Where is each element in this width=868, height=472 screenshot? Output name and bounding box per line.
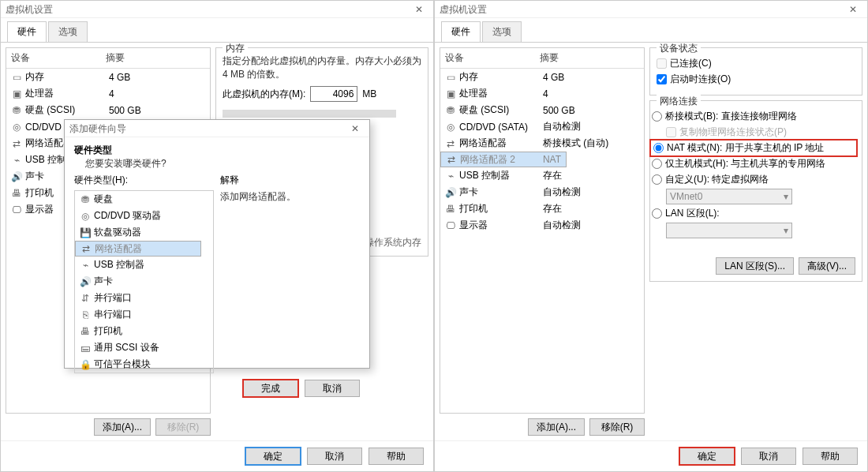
hw-summary: 存在	[543, 169, 562, 182]
hdr-device: 设备	[445, 51, 540, 65]
disc-icon: ◎	[11, 122, 22, 133]
hw-row[interactable]: ▣处理器4	[440, 85, 644, 102]
advanced-button[interactable]: 高级(V)...	[799, 257, 855, 275]
hw-row[interactable]: ◎CD/DVD (SATA)自动检测	[440, 118, 644, 135]
net-icon: ⇄	[446, 154, 457, 165]
window-title: 虚拟机设置	[440, 1, 487, 18]
cancel-button[interactable]: 取消	[307, 448, 362, 465]
group-label: 网络连接	[657, 95, 701, 108]
display-icon: 🖵	[445, 220, 456, 231]
hwtype-row[interactable]: ⇄网络适配器	[75, 241, 201, 257]
hw-name: 内存	[25, 70, 44, 84]
hwtype-name: 声卡	[94, 275, 113, 288]
radio-custom[interactable]: 自定义(U): 特定虚拟网络	[652, 173, 855, 186]
hwtype-row[interactable]: ⇵并行端口	[75, 290, 213, 306]
hwtype-row[interactable]: 🔊声卡	[75, 273, 213, 290]
tab-hardware[interactable]: 硬件	[7, 21, 47, 42]
wizard-heading: 硬件类型	[74, 144, 360, 157]
help-button[interactable]: 帮助	[369, 448, 424, 465]
close-icon[interactable]: ✕	[346, 120, 365, 137]
add-button[interactable]: 添加(A)...	[528, 418, 585, 436]
disc-icon: ◎	[445, 122, 456, 133]
hw-row[interactable]: 🖶打印机存在	[440, 200, 644, 217]
hw-row[interactable]: ⇄网络适配器 2NAT	[440, 152, 567, 167]
hwtype-row[interactable]: ⛃硬盘	[75, 191, 213, 208]
device-state-group: 设备状态 已连接(C) 启动时连接(O)	[649, 47, 862, 96]
hw-row[interactable]: ⌁USB 控制器存在	[440, 167, 644, 184]
hw-row[interactable]: 🔊声卡自动检测	[440, 184, 644, 200]
cpu-icon: ▣	[445, 88, 456, 99]
cancel-button[interactable]: 取消	[305, 380, 360, 397]
hwtype-list[interactable]: ⛃硬盘◎CD/DVD 驱动器💾软盘驱动器⇄网络适配器⌁USB 控制器🔊声卡⇵并行…	[74, 190, 214, 373]
hw-row[interactable]: ⇄网络适配器桥接模式 (自动)	[440, 135, 644, 152]
cancel-button[interactable]: 取消	[741, 448, 796, 465]
connect-on-cb[interactable]	[657, 74, 667, 84]
hw-row[interactable]: 🖵显示器自动检测	[440, 217, 644, 234]
ok-button[interactable]: 确定	[245, 448, 301, 465]
tab-options[interactable]: 选项	[48, 21, 88, 42]
hardware-list[interactable]: 设备 摘要 ▭内存4 GB▣处理器4⛃硬盘 (SCSI)500 GB◎CD/DV…	[440, 47, 645, 414]
ok-button[interactable]: 确定	[679, 448, 735, 465]
close-icon[interactable]: ✕	[844, 1, 862, 18]
hw-row[interactable]: ▣处理器4	[6, 85, 210, 102]
lan-segments-button[interactable]: LAN 区段(S)...	[716, 257, 794, 275]
radio-nat[interactable]: NAT 模式(N): 用于共享主机的 IP 地址	[652, 141, 855, 155]
floppy-icon: 💾	[80, 227, 91, 238]
hw-row[interactable]: ▭内存4 GB	[440, 69, 644, 85]
wizard-titlebar: 添加硬件向导 ✕	[65, 120, 369, 137]
usb-icon: ⌁	[445, 170, 456, 182]
hw-summary: NAT	[543, 154, 561, 165]
hwtype-name: 硬盘	[94, 193, 113, 206]
titlebar: 虚拟机设置 ✕	[1, 1, 433, 18]
radio-hostonly[interactable]: 仅主机模式(H): 与主机共享的专用网络	[652, 157, 855, 170]
help-button[interactable]: 帮助	[803, 448, 858, 465]
memory-slider[interactable]: 128 GB	[223, 110, 396, 118]
tabs: 硬件 选项	[1, 18, 433, 43]
tpm-icon: 🔒	[80, 359, 91, 370]
hw-name: 声卡	[25, 170, 44, 183]
hw-summary: 自动检测	[543, 120, 581, 133]
connect-on-start-checkbox[interactable]: 启动时连接(O)	[657, 73, 855, 86]
disk-icon: ⛃	[80, 194, 91, 205]
connected-checkbox[interactable]: 已连接(C)	[657, 57, 855, 70]
hwtype-row[interactable]: 💾软盘驱动器	[75, 224, 213, 241]
tab-options[interactable]: 选项	[482, 21, 522, 42]
mem-desc: 指定分配给此虚拟机的内存量。内存大小必须为 4 MB 的倍数。	[223, 54, 421, 81]
hwtype-row[interactable]: 🔒可信平台模块	[75, 356, 213, 373]
replicate-checkbox: 复制物理网络连接状态(P)	[666, 125, 855, 139]
hwtype-row[interactable]: ⎘串行端口	[75, 306, 213, 323]
hwtype-name: 并行端口	[94, 291, 132, 305]
hw-name: 内存	[459, 70, 478, 84]
hw-name: 声卡	[459, 185, 478, 199]
hdr-device: 设备	[11, 51, 106, 65]
hwtype-row[interactable]: 🖴通用 SCSI 设备	[75, 339, 213, 356]
display-icon: 🖵	[11, 204, 22, 215]
hw-summary: 自动检测	[543, 185, 581, 199]
remove-button: 移除(R)	[155, 418, 211, 436]
hw-row[interactable]: ⛃硬盘 (SCSI)500 GB	[6, 102, 210, 118]
close-icon[interactable]: ✕	[410, 1, 428, 18]
hwtype-row[interactable]: ◎CD/DVD 驱动器	[75, 208, 213, 224]
hdr-summary: 摘要	[540, 51, 559, 65]
hw-row[interactable]: ▭内存4 GB	[6, 69, 210, 85]
radio-bridged[interactable]: 桥接模式(B): 直接连接物理网络	[652, 110, 855, 123]
hwtype-name: 串行端口	[94, 308, 132, 321]
hwtype-label: 硬件类型(H):	[74, 174, 214, 187]
add-button[interactable]: 添加(A)...	[94, 418, 151, 436]
hw-name: 网络适配器	[459, 137, 507, 150]
hwtype-row[interactable]: ⌁USB 控制器	[75, 257, 213, 273]
group-label: 设备状态	[657, 43, 701, 55]
tab-hardware[interactable]: 硬件	[441, 21, 481, 42]
hwtype-row[interactable]: 🖶打印机	[75, 323, 213, 339]
hw-name: 打印机	[25, 186, 54, 200]
wizard-title: 添加硬件向导	[69, 120, 126, 137]
audio-icon: 🔊	[11, 171, 22, 182]
radio-lanseg[interactable]: LAN 区段(L):	[652, 207, 855, 220]
hw-summary: 桥接模式 (自动)	[543, 137, 608, 150]
mem-input[interactable]	[310, 86, 357, 102]
hw-name: 硬盘 (SCSI)	[459, 103, 509, 117]
finish-button[interactable]: 完成	[243, 380, 298, 397]
hw-row[interactable]: ⛃硬盘 (SCSI)500 GB	[440, 102, 644, 118]
remove-button[interactable]: 移除(R)	[589, 418, 645, 436]
chevron-down-icon: ▾	[784, 191, 788, 202]
